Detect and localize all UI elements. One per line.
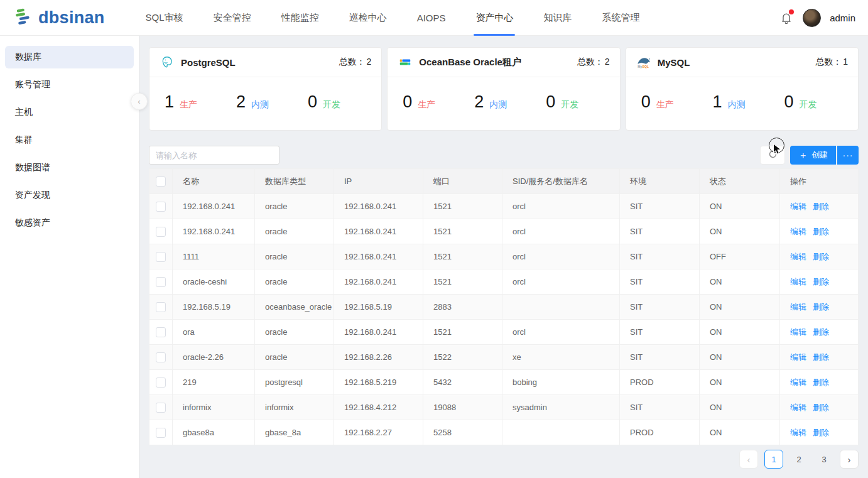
notification-bell-icon[interactable]	[779, 10, 794, 25]
sidebar-item-1[interactable]: 账号管理	[5, 73, 134, 96]
page-button-3[interactable]: 3	[815, 450, 833, 469]
cell-sid	[502, 420, 620, 445]
cell-env: SIT	[620, 395, 700, 420]
sidebar-item-3[interactable]: 集群	[5, 129, 134, 151]
edit-link[interactable]: 编辑	[790, 276, 806, 288]
row-checkbox[interactable]	[156, 403, 166, 413]
row-checkbox[interactable]	[156, 277, 166, 287]
table-header: 名称 数据库类型 IP 端口 SID/服务名/数据库名 环境 状态 操作	[149, 169, 858, 194]
stat-value: 0	[784, 92, 794, 112]
delete-link[interactable]: 删除	[813, 301, 829, 313]
card-title: OceanBase Oracle租户	[419, 57, 521, 68]
page-button-2[interactable]: 2	[789, 450, 808, 469]
page-button-1[interactable]: 1	[764, 450, 783, 469]
sidebar-item-5[interactable]: 资产发现	[5, 184, 134, 207]
sidebar-item-4[interactable]: 数据图谱	[5, 156, 134, 179]
row-checkbox[interactable]	[156, 252, 166, 262]
cell-type: oracle	[255, 194, 334, 219]
row-checkbox[interactable]	[156, 227, 166, 237]
row-checkbox[interactable]	[156, 428, 166, 438]
edit-link[interactable]: 编辑	[790, 226, 806, 237]
cell-operations: 编辑 删除	[780, 370, 858, 394]
user-avatar[interactable]	[803, 9, 821, 27]
col-header-name: 名称	[173, 169, 255, 193]
edit-link[interactable]: 编辑	[790, 377, 806, 388]
cell-operations: 编辑 删除	[780, 219, 858, 244]
delete-link[interactable]: 删除	[813, 427, 829, 438]
edit-link[interactable]: 编辑	[790, 402, 806, 413]
create-button[interactable]: ＋创建	[790, 146, 836, 165]
table-row: oracle-2.26 oracle 192.168.2.26 1522 xe …	[149, 345, 858, 370]
brand-logo[interactable]: dbsinan	[14, 7, 105, 29]
table-row: 1111 oracle 192.168.0.241 1521 orcl SIT …	[149, 244, 858, 269]
nav-item-1[interactable]: 安全管控	[212, 0, 253, 36]
row-checkbox[interactable]	[156, 352, 166, 362]
delete-link[interactable]: 删除	[813, 251, 829, 263]
cell-name: 192.168.0.241	[173, 219, 255, 244]
edit-link[interactable]: 编辑	[790, 201, 806, 212]
cell-ip: 192.168.0.241	[334, 320, 423, 344]
nav-item-6[interactable]: 知识库	[541, 0, 573, 36]
cell-env: SIT	[620, 269, 700, 294]
cell-env: SIT	[620, 320, 700, 344]
cell-port: 1522	[423, 345, 502, 369]
nav-item-4[interactable]: AIOPS	[415, 0, 448, 36]
select-all-checkbox[interactable]	[156, 177, 166, 187]
delete-link[interactable]: 删除	[813, 276, 829, 288]
next-page-button[interactable]: ›	[840, 450, 859, 469]
nav-item-7[interactable]: 系统管理	[600, 0, 641, 36]
cell-operations: 编辑 删除	[780, 194, 858, 219]
delete-link[interactable]: 删除	[813, 201, 829, 212]
delete-link[interactable]: 删除	[813, 352, 829, 363]
cell-sid: orcl	[502, 219, 620, 244]
cell-type: postgresql	[255, 370, 334, 394]
sidebar-item-label: 账号管理	[15, 79, 50, 90]
cell-sid: orcl	[502, 194, 620, 219]
row-checkbox[interactable]	[156, 302, 166, 312]
delete-link[interactable]: 删除	[813, 402, 829, 413]
nav-item-5[interactable]: 资产中心	[474, 0, 515, 36]
row-checkbox[interactable]	[156, 378, 166, 388]
nav-item-label: SQL审核	[146, 12, 183, 24]
sidebar-collapse-button[interactable]: ‹	[131, 93, 148, 110]
nav-item-3[interactable]: 巡检中心	[347, 0, 389, 36]
table-toolbar: ＋创建 ···	[149, 146, 859, 165]
row-checkbox[interactable]	[156, 327, 166, 337]
stat-prod: 0生产	[641, 92, 713, 112]
edit-link[interactable]: 编辑	[790, 251, 806, 263]
delete-link[interactable]: 删除	[813, 327, 829, 338]
sidebar-item-2[interactable]: 主机	[5, 101, 134, 124]
nav-item-label: 性能监控	[281, 12, 319, 24]
plus-icon: ＋	[798, 149, 808, 161]
col-header-sid: SID/服务名/数据库名	[502, 169, 620, 193]
prev-page-button[interactable]: ‹	[739, 450, 758, 469]
nav-item-0[interactable]: SQL审核	[144, 0, 185, 36]
databases-table: 名称 数据库类型 IP 端口 SID/服务名/数据库名 环境 状态 操作 192…	[149, 168, 859, 445]
more-actions-button[interactable]: ···	[837, 146, 859, 165]
col-header-type: 数据库类型	[255, 169, 334, 193]
row-checkbox[interactable]	[156, 202, 166, 212]
edit-link[interactable]: 编辑	[790, 352, 806, 363]
table-row: 219 postgresql 192.168.5.219 5432 bobing…	[149, 370, 858, 395]
sidebar-item-6[interactable]: 敏感资产	[5, 212, 134, 234]
stat-label: 内测	[489, 99, 507, 111]
stat-test: 2内测	[236, 92, 308, 112]
cell-port: 1521	[423, 244, 502, 269]
sidebar-item-0[interactable]: 数据库	[5, 46, 134, 68]
cell-ip: 192.168.2.27	[334, 420, 423, 445]
stat-prod: 1生产	[165, 92, 236, 112]
brand-logo-icon	[14, 7, 33, 29]
cell-ip: 192.168.0.241	[334, 269, 423, 294]
delete-link[interactable]: 删除	[813, 377, 829, 388]
edit-link[interactable]: 编辑	[790, 301, 806, 313]
edit-link[interactable]: 编辑	[790, 427, 806, 438]
card-stats: 1生产 2内测 0开发	[149, 77, 381, 112]
edit-link[interactable]: 编辑	[790, 327, 806, 338]
delete-link[interactable]: 删除	[813, 226, 829, 237]
cell-port: 5258	[423, 420, 502, 445]
user-name[interactable]: admin	[830, 13, 855, 23]
nav-item-2[interactable]: 性能监控	[279, 0, 321, 36]
cell-operations: 编辑 删除	[780, 420, 858, 445]
search-input[interactable]	[149, 146, 279, 165]
sidebar-item-label: 集群	[15, 134, 33, 146]
